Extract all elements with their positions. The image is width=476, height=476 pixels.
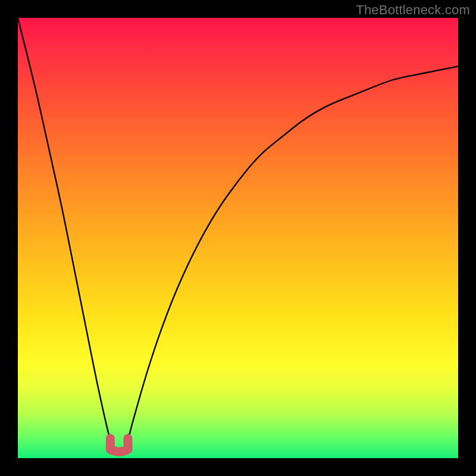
watermark-text: TheBottleneck.com (356, 2, 470, 18)
chart-frame: TheBottleneck.com (0, 0, 476, 476)
bottleneck-curve (18, 18, 458, 449)
curve-layer (18, 18, 458, 458)
min-marker (110, 439, 128, 452)
plot-area (18, 18, 458, 458)
